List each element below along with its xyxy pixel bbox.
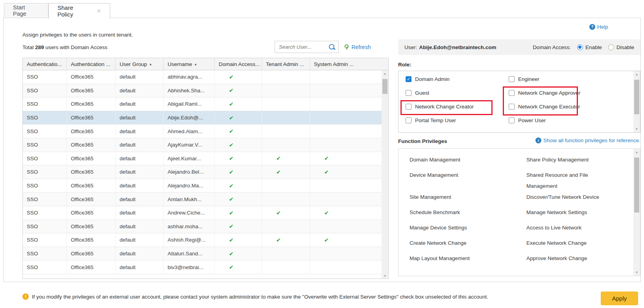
scroll-up-icon[interactable]: ▲	[633, 149, 640, 156]
table-row[interactable]: SSOOffice365defaultAjeet.Kumar...✔✔✔	[23, 152, 388, 166]
username-cell: Ashish.Regi@...	[164, 233, 215, 247]
radio-enable-icon[interactable]	[577, 44, 583, 50]
auth-server-cell: Office365	[67, 233, 116, 247]
domain-access-enable-option[interactable]: Enable	[577, 44, 602, 50]
system-admin-cell	[310, 111, 388, 125]
column-header-authentication-[interactable]: Authentication ...	[67, 58, 116, 70]
domain-access-disable-option[interactable]: Disable	[608, 44, 634, 50]
auth-server-cell: Office365	[67, 111, 116, 125]
apply-button[interactable]: Apply	[601, 292, 638, 305]
scroll-down-icon[interactable]: ▼	[633, 269, 640, 276]
check-icon: ✔	[229, 264, 234, 270]
table-row[interactable]: SSOOffice365defaultAjayKumar.V...✔	[23, 138, 388, 152]
help-icon: ?	[589, 24, 595, 30]
check-icon: ✔	[276, 155, 281, 161]
privilege-item: Share Policy Management	[526, 154, 609, 165]
table-row[interactable]: SSOOffice365defaultAlejandro.Ma...✔	[23, 179, 388, 193]
table-row[interactable]: SSOOffice365defaultAbije.Edoh@...✔	[23, 111, 388, 125]
close-icon[interactable]: ✕	[96, 8, 101, 14]
auth-type-cell: SSO	[23, 125, 67, 138]
role-option-network-change-creator[interactable]: Network Change Creator	[406, 104, 474, 110]
column-header-username[interactable]: Username▲	[164, 58, 215, 70]
table-row[interactable]: SSOOffice365defaultAbhishek.Sha...✔	[23, 84, 388, 98]
checkbox-icon[interactable]	[509, 76, 515, 82]
scroll-down-icon[interactable]: ▼	[633, 126, 640, 132]
domain-access-cell: ✔	[215, 220, 262, 233]
column-header-user-group[interactable]: User Group▲	[116, 58, 164, 70]
scrollbar-thumb[interactable]	[634, 80, 639, 114]
auth-type-cell: SSO	[23, 138, 67, 152]
scrollbar-thumb[interactable]	[382, 79, 388, 94]
check-icon: ✔	[229, 101, 234, 107]
search-icon[interactable]	[328, 43, 336, 51]
column-header-tenant-admin-[interactable]: Tenant Admin ...	[262, 58, 310, 70]
checkbox-icon[interactable]	[406, 90, 411, 96]
role-option-power-user[interactable]: Power User	[509, 117, 546, 123]
help-link[interactable]: ? Help	[589, 24, 608, 30]
table-row[interactable]: SSOOffice365defaultAndrew.Ciche...✔✔✔	[23, 206, 388, 220]
table-row[interactable]: SSOOffice365defaultashhar.moha...✔	[23, 220, 388, 234]
search-user-input[interactable]	[275, 44, 328, 50]
tenant-admin-cell	[262, 179, 310, 192]
column-header-label: Authenticatio...	[27, 61, 62, 67]
checkbox-icon[interactable]	[509, 90, 515, 96]
tab-share-policy[interactable]: Share Policy ✕	[48, 3, 110, 18]
checkbox-checked-icon[interactable]: ✓	[406, 76, 411, 82]
table-row[interactable]: SSOOffice365defaultAttaluri.Sand...✔	[23, 247, 388, 261]
table-row[interactable]: SSOOffice365defaultabhinav.agra...✔	[23, 70, 388, 84]
system-admin-cell: ✔	[310, 233, 388, 247]
username-cell: biv3@netbrai...	[164, 260, 215, 274]
total-users-text: Total 289 users with Domain Access	[22, 44, 107, 50]
column-header-authenticatio-[interactable]: Authenticatio...	[23, 58, 67, 70]
role-option-network-change-executor[interactable]: Network Change Executor	[509, 104, 580, 110]
table-row[interactable]: SSOOffice365defaultAshish.Regi@...✔✔✔	[23, 233, 388, 247]
role-option-guest[interactable]: Guest	[406, 90, 429, 96]
check-icon: ✔	[276, 169, 281, 175]
checkbox-icon[interactable]	[406, 117, 411, 123]
domain-access-cell: ✔	[215, 125, 262, 138]
user-group-cell: default	[116, 247, 164, 260]
privileges-scrollbar[interactable]: ▲ ▼	[633, 149, 640, 276]
tenant-admin-cell: ✔	[262, 152, 310, 165]
scrollbar-thumb[interactable]	[634, 158, 639, 213]
auth-server-cell: Office365	[67, 84, 116, 97]
check-icon: ✔	[229, 87, 234, 94]
radio-disable-icon[interactable]	[608, 44, 614, 50]
role-option-engineer[interactable]: Engineer	[509, 76, 539, 82]
scroll-up-icon[interactable]: ▲	[382, 70, 388, 77]
checkbox-icon[interactable]	[406, 104, 411, 110]
refresh-button[interactable]: ⟳ Refresh	[344, 43, 371, 51]
scroll-down-icon[interactable]: ▼	[382, 273, 388, 279]
auth-server-cell: Office365	[67, 260, 116, 274]
username-cell: Ahmed.Alam...	[164, 125, 215, 138]
table-row[interactable]: SSOOffice365defaultbiv3@netbrai...✔	[23, 260, 388, 274]
column-header-domain-access-[interactable]: Domain Access...	[215, 58, 262, 70]
tenant-admin-cell	[262, 247, 310, 260]
scroll-up-icon[interactable]: ▲	[633, 71, 640, 78]
table-scrollbar[interactable]: ▲ ▼	[382, 70, 388, 279]
show-all-privileges-link[interactable]: i Show all function privileges for refer…	[460, 138, 640, 143]
auth-type-cell: SSO	[23, 233, 67, 247]
check-icon: ✔	[229, 142, 234, 148]
table-row[interactable]: SSOOffice365defaultAmlan.Mukh...✔	[23, 192, 388, 206]
check-icon: ✔	[229, 74, 234, 80]
column-header-system-admin-[interactable]: System Admin ...	[310, 58, 388, 70]
table-body: SSOOffice365defaultabhinav.agra...✔SSOOf…	[23, 70, 388, 274]
table-row[interactable]: SSOOffice365defaultAbigail.Raml...✔	[23, 97, 388, 111]
role-option-portal-temp-user[interactable]: Portal Temp User	[406, 117, 456, 123]
table-row[interactable]: SSOOffice365defaultAlejandro.Bel...✔✔✔	[23, 165, 388, 179]
auth-type-cell: SSO	[23, 192, 67, 206]
domain-access-label: Domain Access:	[533, 44, 571, 50]
function-privileges-title: Function Privileges	[398, 138, 447, 144]
role-scrollbar[interactable]: ▲ ▼	[633, 71, 640, 132]
privilege-row: Domain ManagementShare Policy Management	[410, 154, 624, 170]
tenant-admin-cell	[262, 97, 310, 111]
role-option-domain-admin[interactable]: ✓Domain Admin	[406, 76, 450, 82]
checkbox-icon[interactable]	[509, 104, 515, 110]
tab-start-page[interactable]: Start Page	[4, 3, 48, 18]
role-option-network-change-approver[interactable]: Network Change Approver	[509, 90, 580, 96]
checkbox-icon[interactable]	[509, 117, 515, 123]
refresh-label: Refresh	[351, 44, 371, 50]
table-row[interactable]: SSOOffice365defaultAhmed.Alam...✔	[23, 125, 388, 138]
username-cell: Ajeet.Kumar...	[164, 152, 215, 165]
